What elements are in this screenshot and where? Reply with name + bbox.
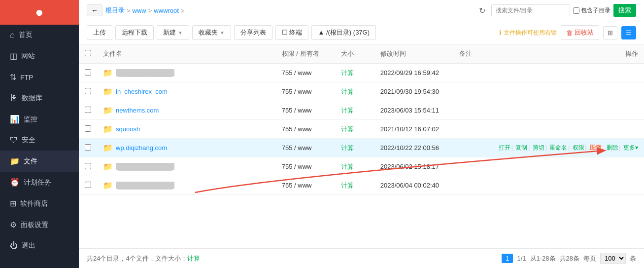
- breadcrumb-wwwroot[interactable]: wwwroot: [154, 7, 179, 14]
- file-modified: 2021/09/30 19:54:30: [374, 82, 453, 101]
- file-note: [453, 176, 493, 195]
- file-note: [453, 157, 493, 176]
- select-all-checkbox[interactable]: [85, 50, 91, 56]
- folder-icon: 📁: [103, 87, 113, 96]
- favorites-arrow: ▼: [220, 30, 225, 36]
- size-calc[interactable]: 计算: [341, 163, 354, 170]
- page-total: 1/1: [517, 255, 526, 262]
- share-list-button[interactable]: 分享列表: [234, 25, 272, 40]
- page-count: 共28条: [560, 254, 579, 263]
- recycle-button[interactable]: 🗑 回收站: [561, 25, 599, 40]
- table-row: 📁████████████755 / www计算2023/06/02 15:18…: [79, 157, 644, 176]
- action-delete[interactable]: 删除: [607, 144, 618, 151]
- size-calc[interactable]: 计算: [341, 125, 354, 133]
- sidebar-item-software[interactable]: ⊞ 软件商店: [0, 193, 79, 214]
- size-calc[interactable]: 计算: [341, 144, 354, 152]
- view-list-button[interactable]: ☰: [621, 26, 636, 39]
- search-button[interactable]: 搜索: [613, 4, 636, 17]
- sidebar-item-ftp[interactable]: ⇅ FTP: [0, 67, 79, 88]
- file-name-link[interactable]: newthems.com: [116, 107, 159, 114]
- folder-icon: 📁: [103, 162, 113, 171]
- breadcrumb-root[interactable]: 根目录: [105, 6, 125, 15]
- view-grid-button[interactable]: ⊞: [603, 26, 617, 39]
- row-checkbox[interactable]: [85, 88, 91, 94]
- sidebar-item-security[interactable]: 🛡 安全: [0, 130, 79, 151]
- per-page-unit: 条: [630, 254, 636, 263]
- search-input[interactable]: [491, 4, 570, 16]
- header-size: 大小: [335, 44, 374, 64]
- row-checkbox[interactable]: [85, 182, 91, 188]
- remote-download-button[interactable]: 远程下载: [115, 25, 154, 40]
- folder-icon: 📁: [103, 106, 113, 115]
- per-page-select[interactable]: 100 50 200: [600, 253, 626, 264]
- file-table-wrap: 文件名 权限 / 所有者 大小 修改时间 备注 操作 📁████████████…: [79, 44, 644, 248]
- file-note: [453, 139, 493, 157]
- table-row: 📁newthems.com755 / www计算2023/06/03 15:54…: [79, 101, 644, 120]
- action-compress[interactable]: 压缩: [589, 144, 601, 151]
- new-button[interactable]: 新建 ▼: [157, 25, 189, 40]
- upload-button[interactable]: 上传: [87, 25, 112, 40]
- folder-icon: 📁: [103, 124, 113, 134]
- breadcrumb-bar: ← 根目录 > www > wwwroot > ↻ 包含子目录 搜索: [79, 0, 644, 21]
- header-name: 文件名: [97, 44, 276, 64]
- sidebar-item-tasks[interactable]: ⏰ 计划任务: [0, 172, 79, 193]
- refresh-button[interactable]: ↻: [476, 5, 488, 16]
- root-button[interactable]: ▲ /(根目录) (37G): [311, 25, 376, 40]
- action-copy[interactable]: 复制: [515, 144, 527, 151]
- size-calc[interactable]: 计算: [341, 88, 354, 95]
- header-checkbox-col: [79, 44, 97, 64]
- file-name-link[interactable]: wp.diqizhang.com: [116, 144, 167, 152]
- breadcrumb-www[interactable]: www: [133, 7, 146, 14]
- action-rename[interactable]: 重命名: [549, 144, 567, 151]
- row-checkbox[interactable]: [85, 125, 91, 132]
- website-icon: ◫: [10, 51, 17, 61]
- header-note: 备注: [453, 44, 493, 64]
- sidebar-item-logout[interactable]: ⏻ 退出: [0, 235, 79, 256]
- sidebar-item-panel[interactable]: ⚙ 面板设置: [0, 214, 79, 235]
- per-page-label: 每页: [583, 254, 596, 263]
- sidebar-item-label: 监控: [24, 115, 37, 124]
- sidebar-item-label: 数据库: [22, 94, 42, 103]
- sidebar-item-database[interactable]: 🗄 数据库: [0, 88, 79, 109]
- row-checkbox[interactable]: [85, 107, 91, 113]
- back-button[interactable]: ←: [87, 4, 102, 16]
- folder-icon: 📁: [103, 143, 113, 153]
- files-icon: 📁: [10, 156, 20, 166]
- favorites-button[interactable]: 收藏夹 ▼: [192, 25, 231, 40]
- sidebar-item-monitor[interactable]: 📊 监控: [0, 109, 79, 130]
- include-subdirs-checkbox[interactable]: [573, 7, 579, 14]
- size-calc[interactable]: 计算: [341, 182, 354, 189]
- file-name-link[interactable]: in_cheshirex_com: [116, 88, 168, 95]
- row-checkbox[interactable]: [85, 69, 91, 76]
- home-icon: ⌂: [10, 31, 15, 39]
- row-checkbox[interactable]: [85, 144, 91, 151]
- trash-icon: 🗑: [566, 29, 573, 37]
- action-permissions[interactable]: 权限: [573, 144, 584, 151]
- footer-calc[interactable]: 计算: [187, 255, 200, 262]
- file-permissions: 755 / www: [276, 82, 335, 101]
- sidebar: ● ⌂ 首页 ◫ 网站 ⇅ FTP 🗄 数据库 📊 监控 🛡 安全 📁 文件: [0, 0, 79, 268]
- sidebar-item-files[interactable]: 📁 文件: [0, 151, 79, 172]
- terminal-button[interactable]: ☐ 终端: [275, 25, 309, 40]
- table-row: 📁in_cheshirex_com755 / www计算2021/09/30 1…: [79, 82, 644, 101]
- sidebar-item-label: 计划任务: [24, 178, 51, 187]
- file-modified: 2022/09/29 16:59:42: [374, 64, 453, 82]
- action-cut[interactable]: 剪切: [533, 144, 544, 151]
- action-open[interactable]: 打开: [499, 144, 510, 151]
- size-calc[interactable]: 计算: [341, 69, 354, 77]
- monitor-icon: 📊: [10, 115, 20, 124]
- info-text: ℹ 文件操作可使用右键: [499, 29, 557, 37]
- row-checkbox[interactable]: [85, 163, 91, 169]
- file-permissions: 755 / www: [276, 120, 335, 139]
- action-more[interactable]: 更多▾: [623, 144, 638, 151]
- header-actions: 操作: [493, 44, 644, 64]
- size-calc[interactable]: 计算: [341, 107, 354, 114]
- panel-icon: ⚙: [10, 220, 17, 230]
- sidebar-item-website[interactable]: ◫ 网站: [0, 45, 79, 67]
- page-number[interactable]: 1: [502, 254, 513, 263]
- sidebar-item-home[interactable]: ⌂ 首页: [0, 25, 79, 45]
- tasks-icon: ⏰: [10, 178, 20, 187]
- file-name-link[interactable]: squoosh: [116, 125, 140, 133]
- file-note: [453, 64, 493, 82]
- breadcrumb: 根目录 > www > wwwroot >: [105, 6, 473, 15]
